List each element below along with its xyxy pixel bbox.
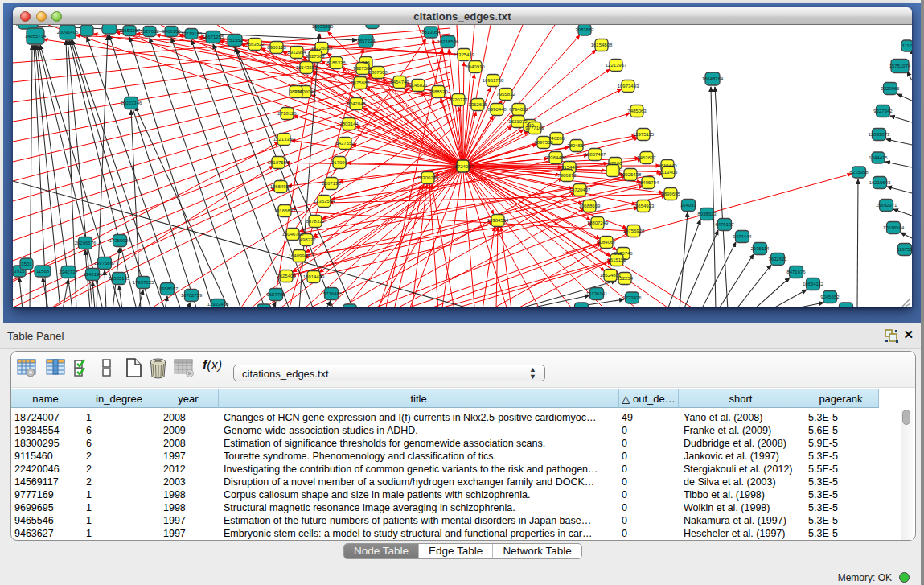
svg-text:9899695: 9899695 <box>661 192 680 196</box>
svg-text:1527602: 1527602 <box>140 29 159 34</box>
svg-text:3915: 3915 <box>14 269 25 274</box>
svg-text:3501: 3501 <box>21 262 32 266</box>
svg-text:19166827: 19166827 <box>274 208 296 213</box>
svg-text:18724007: 18724007 <box>452 164 474 169</box>
svg-text:9329966: 9329966 <box>881 86 900 91</box>
svg-text:10688609: 10688609 <box>579 204 601 208</box>
svg-text:20206576: 20206576 <box>75 241 97 245</box>
svg-text:16107554: 16107554 <box>268 160 290 165</box>
svg-text:12353594: 12353594 <box>314 199 335 204</box>
svg-text:14055714: 14055714 <box>25 34 47 39</box>
svg-text:16154808: 16154808 <box>591 43 613 47</box>
svg-text:1588520: 1588520 <box>429 89 448 94</box>
svg-text:6498222: 6498222 <box>297 237 316 242</box>
svg-text:10654112: 10654112 <box>803 282 824 286</box>
svg-text:3824554: 3824554 <box>567 143 586 148</box>
svg-text:11325419: 11325419 <box>454 52 475 57</box>
svg-text:8471676: 8471676 <box>786 270 806 274</box>
svg-text:10958107: 10958107 <box>157 286 179 291</box>
svg-text:751552: 751552 <box>227 38 244 43</box>
svg-text:15716485: 15716485 <box>321 291 343 296</box>
svg-text:2935114: 2935114 <box>751 246 770 251</box>
svg-text:6479197: 6479197 <box>715 222 734 227</box>
svg-text:9327503: 9327503 <box>306 54 325 59</box>
svg-text:10025438: 10025438 <box>620 172 642 177</box>
svg-text:18300295: 18300295 <box>417 175 439 180</box>
svg-text:16961758: 16961758 <box>483 78 504 83</box>
svg-text:19218506: 19218506 <box>437 39 459 44</box>
svg-text:12923468: 12923468 <box>207 302 229 307</box>
svg-text:19654985: 19654985 <box>270 184 292 189</box>
svg-text:915440: 915440 <box>561 165 578 170</box>
svg-text:164093: 164093 <box>680 203 697 208</box>
svg-text:8878332: 8878332 <box>306 219 325 224</box>
svg-text:16671355: 16671355 <box>203 35 224 39</box>
svg-text:2087682: 2087682 <box>575 27 594 32</box>
svg-text:8220377: 8220377 <box>449 97 468 102</box>
svg-text:1615152: 1615152 <box>607 257 626 262</box>
svg-text:8990448: 8990448 <box>487 107 507 112</box>
svg-text:7857224: 7857224 <box>356 39 376 43</box>
svg-text:1621072: 1621072 <box>508 119 528 124</box>
svg-text:9777169: 9777169 <box>525 126 544 130</box>
svg-text:12505135: 12505135 <box>109 276 130 281</box>
svg-text:8427552: 8427552 <box>335 141 355 146</box>
svg-text:8454749: 8454749 <box>390 80 409 84</box>
svg-text:1112: 1112 <box>902 43 912 48</box>
svg-text:8186328: 8186328 <box>326 60 346 65</box>
svg-text:11568: 11568 <box>36 269 50 274</box>
svg-text:16046798: 16046798 <box>282 232 304 237</box>
svg-text:12213389: 12213389 <box>273 137 295 142</box>
svg-text:9463627: 9463627 <box>637 155 656 160</box>
svg-text:98965: 98965 <box>290 89 303 94</box>
svg-text:12975115: 12975115 <box>633 132 655 137</box>
svg-text:8912954: 8912954 <box>287 50 306 55</box>
svg-text:10807487: 10807487 <box>585 152 606 157</box>
svg-text:1244415: 1244415 <box>869 155 888 160</box>
svg-text:15751074: 15751074 <box>889 64 911 68</box>
svg-text:252254: 252254 <box>617 276 634 281</box>
svg-text:17957225: 17957225 <box>133 280 154 285</box>
svg-text:1345194: 1345194 <box>83 272 102 277</box>
svg-text:19654923: 19654923 <box>633 204 655 208</box>
svg-text:17016504: 17016504 <box>883 225 905 230</box>
svg-text:15692971: 15692971 <box>876 203 897 208</box>
svg-text:7986372: 7986372 <box>557 173 577 178</box>
svg-text:8960128: 8960128 <box>267 45 286 50</box>
svg-text:62160: 62160 <box>609 161 622 166</box>
svg-text:9242848: 9242848 <box>347 101 366 106</box>
svg-text:9474444: 9474444 <box>733 234 752 239</box>
svg-text:16033809: 16033809 <box>312 25 334 29</box>
svg-text:7663822: 7663822 <box>245 42 265 47</box>
svg-text:12093873: 12093873 <box>869 132 890 137</box>
svg-text:16914479: 16914479 <box>303 274 325 279</box>
svg-text:6897568: 6897568 <box>534 140 553 145</box>
svg-text:8813054: 8813054 <box>421 30 441 35</box>
svg-text:7485063: 7485063 <box>627 109 647 113</box>
svg-text:1362615: 1362615 <box>468 102 487 107</box>
svg-text:9657791: 9657791 <box>266 292 285 297</box>
svg-text:18495794: 18495794 <box>638 180 659 185</box>
svg-text:9084067: 9084067 <box>597 240 616 245</box>
svg-text:16782759: 16782759 <box>181 293 203 298</box>
svg-text:10719155: 10719155 <box>181 31 203 36</box>
svg-text:6466160: 6466160 <box>162 29 181 34</box>
svg-text:20091406: 20091406 <box>57 30 79 35</box>
svg-text:7625402: 7625402 <box>277 274 296 278</box>
svg-text:15720407: 15720407 <box>569 187 591 192</box>
svg-text:6120746: 6120746 <box>614 251 633 256</box>
svg-text:10653267: 10653267 <box>119 28 141 33</box>
svg-text:18807249: 18807249 <box>587 220 609 225</box>
svg-text:16648764: 16648764 <box>702 76 724 81</box>
svg-text:10973493: 10973493 <box>618 84 639 89</box>
svg-text:15136141: 15136141 <box>586 291 608 296</box>
svg-text:3675685: 3675685 <box>351 80 370 85</box>
svg-text:16210643: 16210643 <box>869 180 891 185</box>
svg-text:7955812: 7955812 <box>496 92 515 97</box>
svg-text:8938923: 8938923 <box>697 212 717 216</box>
svg-text:2342737: 2342737 <box>59 270 78 274</box>
svg-text:19975867: 19975867 <box>94 261 116 266</box>
svg-text:2803144: 2803144 <box>339 122 359 126</box>
svg-text:2867608: 2867608 <box>368 70 388 75</box>
svg-text:917004: 917004 <box>331 160 348 165</box>
